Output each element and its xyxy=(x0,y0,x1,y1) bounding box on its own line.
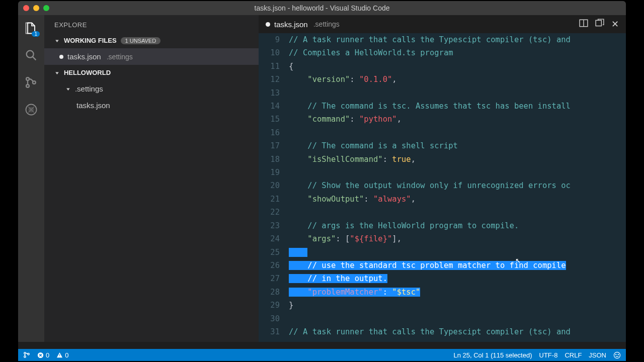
status-encoding[interactable]: UTF-8 xyxy=(539,351,558,359)
status-language[interactable]: JSON xyxy=(589,351,606,359)
working-files-header[interactable]: ▼ WORKING FILES 1 UNSAVED xyxy=(44,33,259,48)
working-file-item[interactable]: tasks.json .settings xyxy=(44,48,259,65)
window-maximize-button[interactable] xyxy=(43,5,49,11)
git-icon[interactable] xyxy=(24,75,38,89)
svg-point-5 xyxy=(29,107,33,112)
window-close-button[interactable] xyxy=(23,5,29,11)
svg-rect-7 xyxy=(596,20,601,26)
chevron-down-icon: ▼ xyxy=(65,86,71,90)
window-title: tasks.json - helloworld - Visual Studio … xyxy=(18,4,626,12)
app-window: tasks.json - helloworld - Visual Studio … xyxy=(18,1,626,361)
code-area[interactable]: ↖ 9// A task runner that calls the Types… xyxy=(259,33,626,342)
status-warnings[interactable]: 0 xyxy=(56,351,68,359)
svg-point-14 xyxy=(618,354,618,354)
feedback-icon[interactable] xyxy=(613,351,621,359)
unsaved-badge: 1 UNSAVED xyxy=(121,37,161,44)
svg-point-3 xyxy=(33,81,36,84)
editor-tab[interactable]: tasks.json .settings xyxy=(266,20,340,29)
error-icon xyxy=(37,352,44,358)
svg-point-1 xyxy=(26,77,29,80)
chevron-down-icon: ▼ xyxy=(54,70,60,74)
close-icon[interactable]: ✕ xyxy=(611,19,619,30)
sidebar-title: EXPLORE xyxy=(44,15,259,33)
file-item[interactable]: tasks.json xyxy=(44,97,259,114)
explorer-icon[interactable]: 1 xyxy=(24,21,38,35)
editor: tasks.json .settings ✕ ↖ 9// A task runn… xyxy=(259,15,626,342)
status-bar: 0 0 Ln 25, Col 1 (115 selected) UTF-8 CR… xyxy=(18,349,626,361)
tab-bar: tasks.json .settings ✕ xyxy=(259,15,626,33)
folder-item[interactable]: ▼ .settings xyxy=(44,80,259,97)
svg-point-8 xyxy=(24,352,26,354)
svg-point-9 xyxy=(24,356,26,358)
split-editor-icon[interactable] xyxy=(579,19,588,28)
dirty-dot-icon xyxy=(59,55,63,59)
window-minimize-button[interactable] xyxy=(33,5,39,11)
warning-icon xyxy=(56,352,63,358)
explorer-badge: 1 xyxy=(32,31,40,37)
titlebar: tasks.json - helloworld - Visual Studio … xyxy=(18,1,626,15)
svg-point-0 xyxy=(27,51,34,58)
svg-point-2 xyxy=(26,84,29,87)
svg-point-12 xyxy=(614,352,620,358)
sidebar: EXPLORE ▼ WORKING FILES 1 UNSAVED tasks.… xyxy=(44,15,259,342)
debug-icon[interactable] xyxy=(24,103,38,117)
git-branch-icon[interactable] xyxy=(23,351,30,358)
svg-point-13 xyxy=(616,354,616,354)
search-icon[interactable] xyxy=(24,48,38,62)
dirty-dot-icon xyxy=(266,22,270,27)
more-icon[interactable] xyxy=(595,19,604,28)
status-eol[interactable]: CRLF xyxy=(565,351,582,359)
status-cursor[interactable]: Ln 25, Col 1 (115 selected) xyxy=(453,351,532,359)
activity-bar: 1 xyxy=(18,15,44,342)
status-errors[interactable]: 0 xyxy=(37,351,49,359)
chevron-down-icon: ▼ xyxy=(54,38,60,42)
project-header[interactable]: ▼ HELLOWORLD xyxy=(44,65,259,80)
